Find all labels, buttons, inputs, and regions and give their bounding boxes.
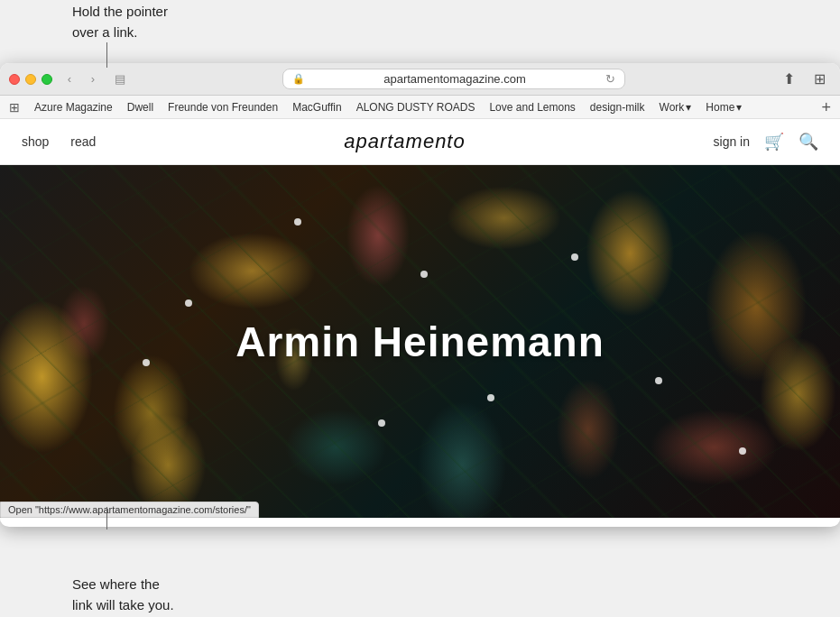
bookmark-love-and-lemons[interactable]: Love and Lemons — [489, 101, 575, 114]
callout-top: Hold the pointer over a link. — [72, 2, 168, 42]
decorative-dot — [185, 299, 192, 307]
back-icon: ‹ — [68, 72, 71, 86]
bookmarks-grid-icon[interactable]: ⊞ — [9, 100, 20, 115]
forward-button[interactable]: › — [83, 69, 103, 89]
site-nav-left: shop read — [22, 134, 96, 149]
refresh-button[interactable]: ↻ — [605, 72, 615, 86]
decorative-dot — [420, 271, 428, 278]
callout-bottom-line2: link will take you. — [72, 595, 174, 616]
callout-top-line1: Hold the pointer — [72, 2, 168, 23]
new-tab-icon: ⊞ — [814, 70, 826, 87]
decorative-dot — [655, 377, 662, 384]
callout-line-top — [106, 42, 107, 68]
site-logo[interactable]: apartamento — [96, 130, 713, 153]
new-tab-button[interactable]: ⊞ — [808, 68, 831, 91]
nav-buttons: ‹ › — [60, 69, 103, 89]
back-button[interactable]: ‹ — [60, 69, 79, 89]
hero-title: Armin Heinemann — [235, 318, 605, 366]
nav-sign-in[interactable]: sign in — [714, 134, 750, 149]
decorative-dot — [378, 419, 385, 427]
bookmark-dwell[interactable]: Dwell — [127, 101, 153, 114]
work-chevron-icon: ▾ — [686, 101, 691, 114]
address-bar-container: 🔒 apartamentomagazine.com ↻ — [137, 69, 770, 89]
cart-icon[interactable]: 🛒 — [764, 132, 784, 152]
title-bar: ‹ › ▤ 🔒 apartamentomagazine.com ↻ ⬆ ⊞ — [0, 63, 840, 96]
bookmark-azure-magazine[interactable]: Azure Magazine — [34, 101, 113, 114]
sidebar-toggle-button[interactable]: ▤ — [110, 69, 130, 89]
traffic-lights — [9, 74, 52, 85]
toolbar-actions: ⬆ ⊞ — [777, 68, 831, 91]
decorative-dot — [571, 253, 578, 261]
nav-shop[interactable]: shop — [22, 134, 49, 149]
share-button[interactable]: ⬆ — [777, 68, 800, 91]
callout-bottom: See where the link will take you. — [72, 575, 174, 615]
bookmark-home[interactable]: Home ▾ — [706, 101, 742, 114]
nav-read[interactable]: read — [70, 134, 96, 149]
bookmarks-bar: ⊞ Azure Magazine Dwell Freunde von Freun… — [0, 96, 840, 119]
address-bar[interactable]: 🔒 apartamentomagazine.com ↻ — [282, 69, 625, 89]
bookmark-along-dusty-roads[interactable]: ALONG DUSTY ROADS — [356, 101, 475, 114]
callout-line-bottom — [106, 507, 107, 530]
share-icon: ⬆ — [783, 70, 795, 87]
website-content: shop read apartamento sign in 🛒 🔍 — [0, 119, 840, 526]
home-chevron-icon: ▾ — [736, 101, 742, 114]
forward-icon: › — [91, 72, 95, 86]
callout-bottom-line1: See where the — [72, 575, 174, 595]
callout-top-line2: over a link. — [72, 23, 168, 43]
hero-section[interactable]: Armin Heinemann Open "https://www.aparta… — [0, 165, 840, 518]
maximize-button[interactable] — [42, 74, 52, 85]
bookmark-work[interactable]: Work ▾ — [660, 101, 692, 114]
search-icon[interactable]: 🔍 — [798, 132, 818, 152]
decorative-dot — [294, 218, 301, 226]
address-text: apartamentomagazine.com — [310, 72, 600, 86]
bookmark-freunde-von-freunden[interactable]: Freunde von Freunden — [168, 101, 278, 114]
sidebar-icon: ▤ — [115, 72, 125, 86]
browser-window: ‹ › ▤ 🔒 apartamentomagazine.com ↻ ⬆ ⊞ — [0, 63, 840, 527]
site-nav: shop read apartamento sign in 🛒 🔍 — [0, 119, 840, 165]
minimize-button[interactable] — [25, 74, 36, 85]
bookmark-macguffin[interactable]: MacGuffin — [292, 101, 341, 114]
add-bookmark-button[interactable]: + — [821, 99, 831, 115]
lock-icon: 🔒 — [292, 73, 305, 85]
site-nav-right: sign in 🛒 🔍 — [714, 132, 818, 152]
status-bar: Open "https://www.apartamentomagazine.co… — [0, 502, 259, 518]
close-button[interactable] — [9, 74, 20, 85]
bookmark-design-milk[interactable]: design-milk — [590, 101, 645, 114]
